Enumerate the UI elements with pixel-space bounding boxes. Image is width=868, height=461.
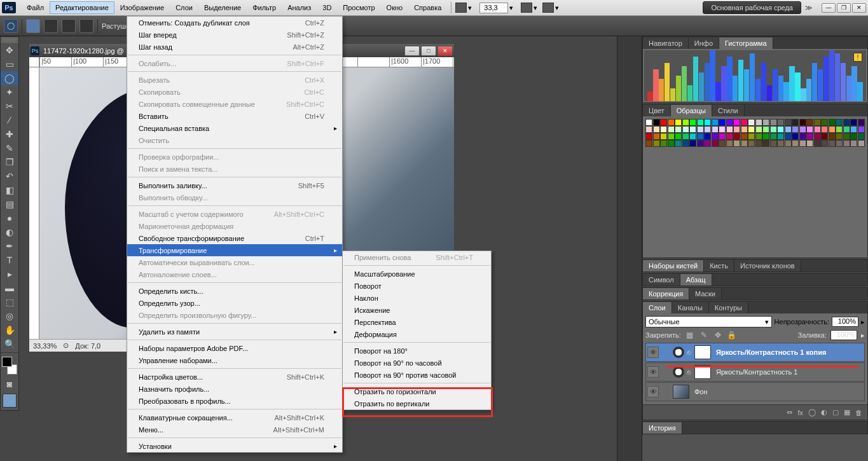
tab-контуры[interactable]: Контуры xyxy=(709,302,748,313)
swatch[interactable] xyxy=(785,126,792,133)
gradient-tool-icon[interactable]: ▤ xyxy=(1,197,18,211)
swatch[interactable] xyxy=(785,133,792,140)
swatch[interactable] xyxy=(689,133,696,140)
swatch[interactable] xyxy=(850,140,857,147)
menu-item[interactable]: Настройка цветов...Shift+Ctrl+K xyxy=(127,371,342,383)
menu-item[interactable]: ВставитьCtrl+V xyxy=(127,110,342,122)
swatch[interactable] xyxy=(762,119,769,126)
swatch[interactable] xyxy=(726,140,733,147)
eraser-tool-icon[interactable]: ◧ xyxy=(1,183,18,197)
active-color-swatch[interactable] xyxy=(3,394,17,408)
submenu-item[interactable]: Масштабирование xyxy=(343,268,491,280)
fill-flyout-icon[interactable]: ▸ xyxy=(861,331,865,340)
submenu-item[interactable]: Поворот на 180° xyxy=(343,345,491,357)
eyedropper-tool-icon[interactable]: ⁄ xyxy=(1,113,18,127)
swatch[interactable] xyxy=(697,126,704,133)
swatch[interactable] xyxy=(799,119,806,126)
doc-minimize-icon[interactable]: — xyxy=(404,46,420,56)
swatch[interactable] xyxy=(858,119,865,126)
swatch[interactable] xyxy=(792,119,799,126)
swatch[interactable] xyxy=(814,119,821,126)
visibility-icon[interactable]: 👁 xyxy=(647,386,659,397)
swatch[interactable] xyxy=(653,133,660,140)
swatch[interactable] xyxy=(712,126,719,133)
swatch[interactable] xyxy=(719,140,726,147)
menu-item[interactable]: Свободное трансформированиеCtrl+T xyxy=(127,232,342,244)
swatch[interactable] xyxy=(668,140,675,147)
swatch[interactable] xyxy=(762,126,769,133)
swatch[interactable] xyxy=(675,126,682,133)
submenu-item[interactable]: Перспектива xyxy=(343,316,491,328)
swatch[interactable] xyxy=(843,126,850,133)
swatch[interactable] xyxy=(660,133,667,140)
swatch[interactable] xyxy=(697,133,704,140)
status-info-icon[interactable]: ⊙ xyxy=(63,341,69,350)
swatch[interactable] xyxy=(689,119,696,126)
tab-кисть[interactable]: Кисть xyxy=(704,260,734,272)
swatch[interactable] xyxy=(653,119,660,126)
swatch[interactable] xyxy=(682,119,689,126)
menu-выделение[interactable]: Выделение xyxy=(198,1,247,14)
zoom-status[interactable]: 33,33% xyxy=(33,342,57,350)
swatch[interactable] xyxy=(712,133,719,140)
swatch[interactable] xyxy=(858,133,865,140)
menu-item[interactable]: Удалить из памяти xyxy=(127,326,342,338)
stamp-tool-icon[interactable]: ❒ xyxy=(1,155,18,169)
swatch[interactable] xyxy=(792,126,799,133)
tab-цвет[interactable]: Цвет xyxy=(643,105,671,116)
zoom-input[interactable]: 33,3 xyxy=(479,3,508,13)
marquee-tool-icon[interactable]: ▭ xyxy=(1,57,18,71)
link-layers-icon[interactable]: ⇔ xyxy=(787,408,792,416)
swatch[interactable] xyxy=(762,140,769,147)
submenu-item[interactable]: Поворот xyxy=(343,280,491,292)
swatch[interactable] xyxy=(777,133,784,140)
swatch[interactable] xyxy=(843,133,850,140)
swatch[interactable] xyxy=(675,133,682,140)
doc-close-icon[interactable]: ✕ xyxy=(437,46,453,56)
swatch[interactable] xyxy=(726,133,733,140)
tab-абзац[interactable]: Абзац xyxy=(680,274,712,286)
submenu-item[interactable]: Деформация xyxy=(343,328,491,340)
swatch[interactable] xyxy=(689,126,696,133)
swatch[interactable] xyxy=(653,126,660,133)
menu-item[interactable]: Шаг впередShift+Ctrl+Z xyxy=(127,29,342,41)
swatch[interactable] xyxy=(829,140,836,147)
swatch[interactable] xyxy=(814,126,821,133)
menu-item[interactable]: Назначить профиль... xyxy=(127,383,342,395)
menu-item[interactable]: Отменить: Создать дубликат слояCtrl+Z xyxy=(127,17,342,29)
swatch[interactable] xyxy=(829,133,836,140)
add-selection-icon[interactable] xyxy=(44,19,58,33)
swatch[interactable] xyxy=(719,126,726,133)
layer-group-icon[interactable]: ▢ xyxy=(832,408,839,416)
swatch[interactable] xyxy=(799,140,806,147)
extras-icon[interactable] xyxy=(542,3,554,13)
swatch[interactable] xyxy=(704,140,711,147)
submenu-item[interactable]: Отразить по горизонтали xyxy=(343,385,491,397)
layer-fx-icon[interactable]: fx xyxy=(797,409,803,416)
delete-layer-icon[interactable]: 🗑 xyxy=(855,409,862,416)
move-tool-icon[interactable]: ✥ xyxy=(1,43,18,57)
menu-изображение[interactable]: Изображение xyxy=(114,1,170,14)
swatch[interactable] xyxy=(792,133,799,140)
heal-tool-icon[interactable]: ✚ xyxy=(1,127,18,141)
swatch[interactable] xyxy=(814,133,821,140)
hand-tool-icon[interactable]: ✋ xyxy=(1,323,18,337)
crop-tool-icon[interactable]: ✂ xyxy=(1,99,18,113)
swatch[interactable] xyxy=(836,140,843,147)
swatch[interactable] xyxy=(806,119,813,126)
swatch[interactable] xyxy=(770,126,777,133)
fg-color-swatch[interactable] xyxy=(2,357,12,367)
swatch[interactable] xyxy=(748,133,755,140)
swatch[interactable] xyxy=(668,119,675,126)
tab-маски[interactable]: Маски xyxy=(689,288,722,299)
menu-item[interactable]: Шаг назадAlt+Ctrl+Z xyxy=(127,41,342,53)
swatch[interactable] xyxy=(799,133,806,140)
zoom-tool-icon[interactable]: 🔍 xyxy=(1,337,18,351)
mask-thumbnail[interactable] xyxy=(694,345,711,359)
tab-каналы[interactable]: Каналы xyxy=(672,302,709,313)
swatch[interactable] xyxy=(748,119,755,126)
menu-3d[interactable]: 3D xyxy=(317,1,337,14)
menu-item[interactable]: Выполнить заливку...Shift+F5 xyxy=(127,179,342,191)
blend-mode-select[interactable]: Обычные▾ xyxy=(645,316,772,327)
swatch[interactable] xyxy=(770,119,777,126)
